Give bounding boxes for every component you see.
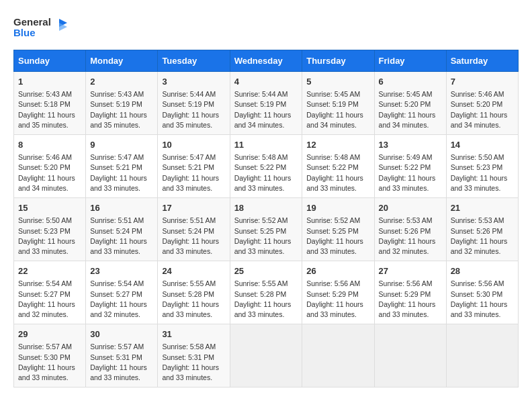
day-number: 6: [379, 76, 442, 88]
day-info: Sunrise: 5:56 AM Sunset: 5:29 PM Dayligh…: [306, 279, 369, 320]
calendar-header-row: SundayMondayTuesdayWednesdayThursdayFrid…: [14, 50, 519, 72]
calendar-table: SundayMondayTuesdayWednesdayThursdayFrid…: [13, 50, 519, 387]
day-number: 30: [90, 328, 153, 340]
day-number: 13: [379, 139, 442, 151]
calendar-cell: 14Sunrise: 5:50 AM Sunset: 5:23 PM Dayli…: [446, 135, 518, 198]
calendar-week-4: 22Sunrise: 5:54 AM Sunset: 5:27 PM Dayli…: [14, 261, 519, 324]
day-info: Sunrise: 5:43 AM Sunset: 5:18 PM Dayligh…: [18, 89, 81, 130]
day-info: Sunrise: 5:44 AM Sunset: 5:19 PM Dayligh…: [234, 89, 298, 130]
calendar-cell: 28Sunrise: 5:56 AM Sunset: 5:30 PM Dayli…: [446, 261, 518, 324]
day-info: Sunrise: 5:54 AM Sunset: 5:27 PM Dayligh…: [18, 279, 81, 320]
day-info: Sunrise: 5:53 AM Sunset: 5:26 PM Dayligh…: [451, 216, 514, 257]
day-number: 26: [306, 265, 369, 277]
day-info: Sunrise: 5:46 AM Sunset: 5:20 PM Dayligh…: [18, 152, 81, 193]
calendar-week-1: 1Sunrise: 5:43 AM Sunset: 5:18 PM Daylig…: [14, 72, 519, 135]
calendar-cell: 3Sunrise: 5:44 AM Sunset: 5:19 PM Daylig…: [158, 72, 230, 135]
day-info: Sunrise: 5:49 AM Sunset: 5:22 PM Dayligh…: [379, 152, 442, 193]
header-thursday: Thursday: [302, 50, 374, 72]
day-info: Sunrise: 5:54 AM Sunset: 5:27 PM Dayligh…: [90, 279, 153, 320]
day-number: 19: [306, 202, 369, 214]
day-info: Sunrise: 5:45 AM Sunset: 5:19 PM Dayligh…: [306, 89, 369, 130]
day-info: Sunrise: 5:56 AM Sunset: 5:29 PM Dayligh…: [379, 279, 442, 320]
calendar-week-3: 15Sunrise: 5:50 AM Sunset: 5:23 PM Dayli…: [14, 198, 519, 261]
calendar-cell: 15Sunrise: 5:50 AM Sunset: 5:23 PM Dayli…: [14, 198, 86, 261]
calendar-week-2: 8Sunrise: 5:46 AM Sunset: 5:20 PM Daylig…: [14, 135, 519, 198]
calendar-cell: 11Sunrise: 5:48 AM Sunset: 5:22 PM Dayli…: [230, 135, 302, 198]
calendar-cell: 26Sunrise: 5:56 AM Sunset: 5:29 PM Dayli…: [302, 261, 374, 324]
day-info: Sunrise: 5:48 AM Sunset: 5:22 PM Dayligh…: [306, 152, 369, 193]
calendar-cell: 1Sunrise: 5:43 AM Sunset: 5:18 PM Daylig…: [14, 72, 86, 135]
calendar-cell: 20Sunrise: 5:53 AM Sunset: 5:26 PM Dayli…: [374, 198, 446, 261]
calendar-cell: 4Sunrise: 5:44 AM Sunset: 5:19 PM Daylig…: [230, 72, 302, 135]
day-info: Sunrise: 5:53 AM Sunset: 5:26 PM Dayligh…: [379, 216, 442, 257]
day-number: 4: [234, 76, 298, 88]
day-number: 9: [90, 139, 153, 151]
logo: General Blue: [13, 13, 67, 44]
calendar-cell: 22Sunrise: 5:54 AM Sunset: 5:27 PM Dayli…: [14, 261, 86, 324]
day-number: 28: [451, 265, 514, 277]
day-number: 11: [234, 139, 298, 151]
day-info: Sunrise: 5:44 AM Sunset: 5:19 PM Dayligh…: [162, 89, 225, 130]
day-number: 17: [162, 202, 225, 214]
calendar-cell: 5Sunrise: 5:45 AM Sunset: 5:19 PM Daylig…: [302, 72, 374, 135]
calendar-cell: 18Sunrise: 5:52 AM Sunset: 5:25 PM Dayli…: [230, 198, 302, 261]
day-number: 21: [451, 202, 514, 214]
day-info: Sunrise: 5:57 AM Sunset: 5:30 PM Dayligh…: [18, 342, 81, 383]
calendar-cell: 31Sunrise: 5:58 AM Sunset: 5:31 PM Dayli…: [158, 324, 230, 387]
day-info: Sunrise: 5:50 AM Sunset: 5:23 PM Dayligh…: [451, 152, 514, 193]
day-number: 8: [18, 139, 81, 151]
calendar-cell: 29Sunrise: 5:57 AM Sunset: 5:30 PM Dayli…: [14, 324, 86, 387]
calendar-cell: 30Sunrise: 5:57 AM Sunset: 5:31 PM Dayli…: [86, 324, 158, 387]
calendar-cell: 9Sunrise: 5:47 AM Sunset: 5:21 PM Daylig…: [86, 135, 158, 198]
day-number: 25: [234, 265, 298, 277]
calendar-cell: 2Sunrise: 5:43 AM Sunset: 5:19 PM Daylig…: [86, 72, 158, 135]
header-monday: Monday: [86, 50, 158, 72]
day-number: 2: [90, 76, 153, 88]
calendar-cell: 6Sunrise: 5:45 AM Sunset: 5:20 PM Daylig…: [374, 72, 446, 135]
header-friday: Friday: [374, 50, 446, 72]
day-number: 23: [90, 265, 153, 277]
day-info: Sunrise: 5:51 AM Sunset: 5:24 PM Dayligh…: [162, 216, 225, 257]
calendar-cell: 27Sunrise: 5:56 AM Sunset: 5:29 PM Dayli…: [374, 261, 446, 324]
calendar-cell: 19Sunrise: 5:52 AM Sunset: 5:25 PM Dayli…: [302, 198, 374, 261]
day-number: 29: [18, 328, 81, 340]
calendar-cell: 24Sunrise: 5:55 AM Sunset: 5:28 PM Dayli…: [158, 261, 230, 324]
day-info: Sunrise: 5:48 AM Sunset: 5:22 PM Dayligh…: [234, 152, 298, 193]
calendar-cell: [230, 324, 302, 387]
day-info: Sunrise: 5:52 AM Sunset: 5:25 PM Dayligh…: [306, 216, 369, 257]
day-number: 27: [379, 265, 442, 277]
day-number: 12: [306, 139, 369, 151]
header-wednesday: Wednesday: [230, 50, 302, 72]
header-saturday: Saturday: [446, 50, 518, 72]
day-info: Sunrise: 5:58 AM Sunset: 5:31 PM Dayligh…: [162, 342, 225, 383]
svg-text:General: General: [13, 16, 51, 28]
day-info: Sunrise: 5:47 AM Sunset: 5:21 PM Dayligh…: [162, 152, 225, 193]
day-info: Sunrise: 5:43 AM Sunset: 5:19 PM Dayligh…: [90, 89, 153, 130]
day-number: 20: [379, 202, 442, 214]
calendar-cell: 7Sunrise: 5:46 AM Sunset: 5:20 PM Daylig…: [446, 72, 518, 135]
logo-icon: General Blue: [13, 13, 67, 42]
day-number: 22: [18, 265, 81, 277]
header: General Blue: [13, 13, 519, 44]
day-info: Sunrise: 5:45 AM Sunset: 5:20 PM Dayligh…: [379, 89, 442, 130]
header-sunday: Sunday: [14, 50, 86, 72]
day-number: 14: [451, 139, 514, 151]
day-info: Sunrise: 5:51 AM Sunset: 5:24 PM Dayligh…: [90, 216, 153, 257]
day-info: Sunrise: 5:55 AM Sunset: 5:28 PM Dayligh…: [162, 279, 225, 320]
day-info: Sunrise: 5:52 AM Sunset: 5:25 PM Dayligh…: [234, 216, 298, 257]
calendar-cell: [446, 324, 518, 387]
logo-area: General Blue: [13, 13, 67, 44]
calendar-cell: 17Sunrise: 5:51 AM Sunset: 5:24 PM Dayli…: [158, 198, 230, 261]
header-tuesday: Tuesday: [158, 50, 230, 72]
day-info: Sunrise: 5:50 AM Sunset: 5:23 PM Dayligh…: [18, 216, 81, 257]
calendar-cell: 8Sunrise: 5:46 AM Sunset: 5:20 PM Daylig…: [14, 135, 86, 198]
day-info: Sunrise: 5:55 AM Sunset: 5:28 PM Dayligh…: [234, 279, 298, 320]
day-number: 16: [90, 202, 153, 214]
day-number: 5: [306, 76, 369, 88]
day-number: 24: [162, 265, 225, 277]
day-number: 1: [18, 76, 81, 88]
day-number: 3: [162, 76, 225, 88]
calendar-cell: [302, 324, 374, 387]
calendar-cell: 25Sunrise: 5:55 AM Sunset: 5:28 PM Dayli…: [230, 261, 302, 324]
calendar-cell: 23Sunrise: 5:54 AM Sunset: 5:27 PM Dayli…: [86, 261, 158, 324]
